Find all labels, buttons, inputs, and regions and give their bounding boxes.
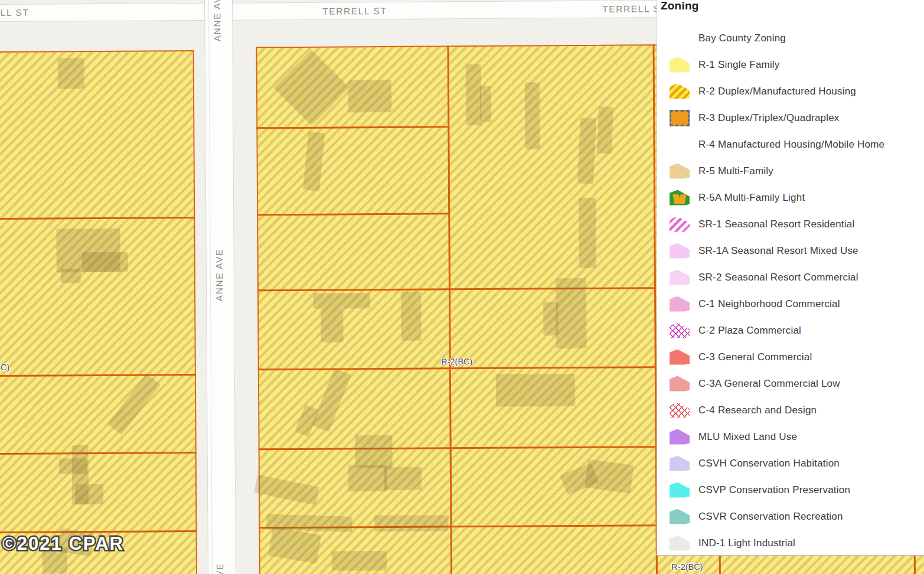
legend-item-csvp: CSVP Conservation Preservation [657,477,924,503]
legend-item-label: C-1 Neighborhood Commercial [698,298,840,310]
building-footprint [332,551,387,571]
legend-item-c1: C-1 Neighborhood Commercial [657,291,924,317]
building-footprint [75,484,103,504]
building-footprint [556,278,587,348]
legend-panel: Zoning Bay County ZoningR-1 Single Famil… [657,0,924,556]
zone-swatch-c3 [670,350,690,365]
street-label-anne-ave: ANNE AVE [214,249,226,301]
building-footprint [466,64,482,125]
street-label-terrell-st: TERRELL ST [0,8,30,19]
zone-swatch-ind1 [670,536,690,551]
legend-rows: Bay County ZoningR-1 Single FamilyR-2 Du… [657,25,924,556]
street-label-anne-ave: ANNE AVE [215,563,226,574]
legend-item-r5a: R-5A Multi-Family Light [657,184,924,211]
legend-item-c3a: C-3A General Commercial Low [657,370,924,397]
legend-item-label: R-4 Manufactured Housing/Mobile Home [698,139,884,151]
zone-swatch-r3 [670,110,690,126]
legend-item-label: CSVR Conservation Recreation [698,511,843,523]
legend-item-r2: R-2 Duplex/Manufactured Housing [657,78,924,105]
legend-item-label: C-3 General Commercial [698,351,812,363]
street-label-anne-ave: ANNE AVE [212,0,223,41]
building-footprint [577,118,596,184]
building-footprint [348,465,387,491]
building-footprint [313,293,370,309]
legend-item-label: R-5 Multi-Family [698,165,773,177]
building-footprint [61,269,81,283]
building-footprint [58,58,84,89]
legend-item-r1: R-1 Single Family [657,51,924,78]
zone-swatch-sr1 [670,217,690,232]
zone-label-r2bc: R-2(BC) [671,562,703,572]
building-footprint [384,467,422,490]
building-footprint [496,374,575,407]
street-label-terrell-st: TERRELL ST [322,6,387,17]
building-footprint [585,459,634,494]
zone-swatch-csvr [670,509,690,524]
zone-swatch-mlu [670,429,690,445]
building-footprint [348,80,391,112]
building-footprint [82,252,128,272]
legend-item-label: SR-2 Seasonal Resort Commercial [698,272,858,283]
zone-swatch-c3a [670,376,690,392]
legend-title: Zoning [661,0,699,12]
legend-item-sr2: SR-2 Seasonal Resort Commercial [657,264,924,291]
legend-item-csvh: CSVH Conservation Habitation [657,450,924,477]
legend-item-label: R-2 Duplex/Manufactured Housing [698,86,856,97]
zone-swatch-r5 [670,164,690,179]
legend-item-label: C-3A General Commercial Low [698,378,840,390]
building-footprint [59,458,87,474]
legend-item-sr1: SR-1 Seasonal Resort Residential [657,211,924,237]
legend-item-label: R-1 Single Family [698,59,780,71]
copyright-watermark: ©2021 CPAR [2,533,124,555]
legend-item-ind1: IND-1 Light Industrial [657,530,924,556]
legend-item-label: C-4 Research and Design [698,405,817,416]
legend-item-label: CSVP Conservation Preservation [698,484,850,496]
zone-swatch-r5a [670,190,690,206]
building-footprint [597,106,614,154]
zone-swatch-sr2 [670,270,690,285]
legend-item-label: R-5A Multi-Family Light [698,192,805,204]
zone-swatch-r1 [670,57,690,73]
legend-group-row: Bay County Zoning [657,25,924,51]
zone-swatch-csvh [670,456,690,471]
building-footprint [401,292,422,341]
legend-item-label: MLU Mixed Land Use [698,431,797,443]
building-footprint [355,435,393,468]
zone-swatch-c4 [670,403,690,418]
legend-item-c3: C-3 General Commercial [657,344,924,370]
legend-item-label: C-2 Plaza Commercial [698,325,801,337]
legend-item-label: R-3 Duplex/Triplex/Quadraplex [698,112,840,124]
zone-swatch-r2 [670,84,690,99]
street-edge-line [208,0,213,574]
zoning-map-screen: TERRELL STTERRELL STTERRELL STANNE AVEAN… [0,0,924,574]
zone-swatch-c2 [670,323,690,338]
zone-swatch-c1 [670,296,690,312]
legend-item-r5: R-5 Multi-Family [657,158,924,184]
zone-swatch-csvp [670,482,690,498]
building-footprint [543,302,558,335]
building-footprint [579,198,596,268]
zone-swatch-r5a-inner [670,190,690,206]
building-footprint [525,82,540,149]
building-footprint [480,86,491,122]
building-footprint [374,515,448,531]
building-footprint [321,308,343,342]
zone-swatch-sr1a [670,243,690,259]
legend-item-c2: C-2 Plaza Commercial [657,317,924,344]
legend-item-label: CSVH Conservation Habitation [698,458,840,469]
legend-item-r3: R-3 Duplex/Triplex/Quadraplex [657,105,924,131]
legend-group-label: Bay County Zoning [698,32,786,44]
zone-label-r2bc: R-2(BC) [0,363,9,372]
legend-item-r4: R-4 Manufactured Housing/Mobile Home [657,131,924,158]
legend-item-label: SR-1 Seasonal Resort Residential [698,218,854,230]
legend-item-label: SR-1A Seasonal Resort Mixed Use [698,245,858,257]
zone-label-r2bc: R-2(BC) [441,357,472,366]
legend-item-csvr: CSVR Conservation Recreation [657,503,924,530]
legend-item-label: IND-1 Light Industrial [698,537,795,549]
legend-item-mlu: MLU Mixed Land Use [657,423,924,450]
legend-item-sr1a: SR-1A Seasonal Resort Mixed Use [657,237,924,264]
legend-item-c4: C-4 Research and Design [657,397,924,423]
